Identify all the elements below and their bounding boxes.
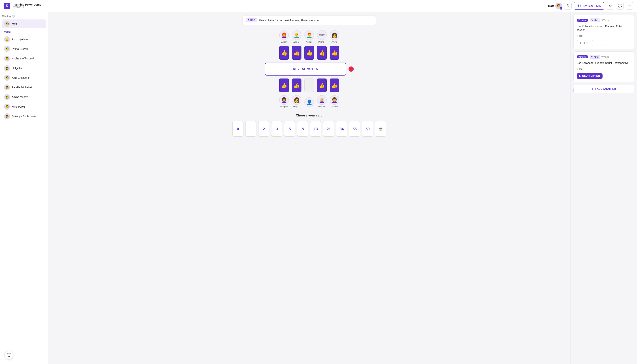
- waiting-users-list: 🧑 Matt: [2, 20, 46, 28]
- invite-others-button[interactable]: 👤+ INVITE OTHERS: [574, 2, 604, 10]
- header-user: Matt 🧑 ⚙: [548, 2, 562, 9]
- menu-button[interactable]: ☰: [626, 2, 633, 10]
- timer-button[interactable]: ⏱: [564, 2, 571, 10]
- sidebar-item-voted[interactable]: 👩 Iwona Łuczak: [2, 44, 46, 53]
- vote-card-slot-top: 👍: [330, 46, 339, 60]
- card-option[interactable]: 55: [349, 121, 360, 137]
- player-avatar: 👨‍🦰: [304, 30, 314, 40]
- tag-add-2[interactable]: + Tag: [576, 68, 582, 70]
- player-avatar: 👩: [292, 95, 301, 105]
- player-slot-top: 👓 Pricha :: [317, 30, 327, 43]
- card-option[interactable]: 13: [310, 121, 321, 137]
- card-option[interactable]: 2: [258, 121, 269, 137]
- app-date: 26/01/2024: [13, 6, 41, 9]
- card-option[interactable]: 5: [284, 121, 295, 137]
- sidebar-item-voted[interactable]: 👩 Ming Pérez: [2, 102, 46, 111]
- center-area: ✎ KB-1 Use Kollabe for our next Planning…: [48, 12, 570, 364]
- player-name: Pricha :: [318, 41, 325, 43]
- player-avatar: 👨‍🦲: [292, 30, 301, 40]
- player-slot-bottom: 👩 Helgi Ji: [292, 95, 301, 108]
- sidebar-user-name: Andrzej Alvarez: [12, 38, 30, 41]
- card-option[interactable]: 21: [323, 121, 334, 137]
- card-option[interactable]: ☕: [375, 121, 386, 137]
- sidebar-avatar: 👩: [4, 56, 10, 62]
- username: Matt: [548, 4, 554, 8]
- reset-icon: ↺: [579, 42, 581, 44]
- card-option[interactable]: 1: [245, 121, 256, 137]
- vote-card: 👍: [317, 46, 327, 60]
- sidebar-avatar: 👩: [4, 75, 10, 81]
- story-actions-2: ▶ START VOTING: [576, 73, 631, 79]
- player-avatar: 👩‍🦰: [279, 30, 289, 40]
- tag-add-1[interactable]: + Tag: [576, 34, 582, 37]
- recording-indicator: [349, 66, 354, 72]
- card-option[interactable]: 34: [336, 121, 347, 137]
- chat-fab[interactable]: 💬: [5, 351, 13, 360]
- voted-users-list: 👱 Andrzej Alvarez👩 Iwona Łuczak👩 Pricha …: [2, 35, 46, 121]
- story-menu-1[interactable]: ⋮: [627, 18, 631, 22]
- vote-card-slot-top: 👍: [279, 46, 289, 60]
- header: K Planning Poker Demo 26/01/2024 Matt 🧑 …: [0, 0, 637, 12]
- player-avatar: 👩: [330, 30, 339, 40]
- edit-icon: ✎: [248, 19, 250, 22]
- player-slot-top: 👩‍🦰 Sukany: [279, 30, 289, 43]
- vote-card: [304, 78, 314, 92]
- player-name: Sukany: [281, 41, 288, 43]
- story-menu-2[interactable]: ⋮: [627, 54, 631, 59]
- ticket-title: Use Kollabe for our next Planning Poker …: [259, 19, 319, 22]
- sidebar-item-waiting[interactable]: 🧑 Matt: [2, 20, 46, 28]
- sidebar-item-voted[interactable]: 👩 Amina Muñoz: [2, 92, 46, 102]
- edit-icon-2: ✎: [591, 56, 593, 58]
- vote-card-slot-bottom: 👍: [279, 78, 289, 92]
- invite-icon: 👤+: [577, 4, 581, 7]
- story-score-box-1[interactable]: [595, 40, 603, 46]
- sidebar-user-name: Amit Gísladóttir: [12, 76, 30, 79]
- sidebar-item-voted[interactable]: 👩 Pricha Stefánsdóttir: [2, 54, 46, 63]
- choose-card-label: Choose your card: [232, 114, 386, 118]
- card-option[interactable]: 89: [362, 121, 373, 137]
- story-ticket-tag-2: ✎ KB-2: [590, 55, 600, 59]
- card-option[interactable]: 8: [297, 121, 308, 137]
- sidebar-avatar: 👩: [4, 94, 10, 100]
- reset-button[interactable]: ↺ RESET: [576, 40, 593, 46]
- vote-card-slot-bottom: 👍: [330, 78, 339, 92]
- sidebar-item-voted[interactable]: 👩 Amit Gísladóttir: [2, 73, 46, 82]
- player-avatar: 👓: [317, 30, 327, 40]
- top-players-row: 👩‍🦰 Sukany👨‍🦲 Amit Gi👨‍🦰 Andrze👓 Pricha …: [279, 30, 339, 43]
- sidebar-item-voted[interactable]: 👱 Andrzej Alvarez: [2, 35, 46, 44]
- player-avatar: 👤: [304, 98, 314, 107]
- right-panel: Pending ✎ KB-1 9 Votes ⋮ Use Kollabe for…: [570, 12, 637, 364]
- card-option[interactable]: 0: [232, 121, 243, 137]
- player-avatar: 👩‍🦱: [279, 95, 289, 105]
- sidebar-item-voted[interactable]: 👩 Sukanya Svobodová: [2, 112, 46, 121]
- vote-card: 👍: [292, 46, 301, 60]
- player-slot-bottom: 👩‍🦳 Iwona Ł: [317, 95, 327, 108]
- votes-count-1: 9 Votes: [601, 19, 609, 22]
- reveal-votes-button[interactable]: REVEAL VOTES: [265, 62, 346, 76]
- vote-card: 👍: [304, 46, 314, 60]
- vote-card-slot-bottom: 👍: [292, 78, 301, 92]
- sidebar-item-voted[interactable]: 👩 Zandile Michalski: [2, 83, 46, 92]
- card-option[interactable]: 3: [271, 121, 282, 137]
- story-card-2: Pending ✎ KB-2 0 Votes ⋮ Use Kollabe for…: [573, 52, 634, 82]
- story-score-box-2[interactable]: [604, 73, 612, 79]
- player-name: Amit Gi: [293, 41, 300, 43]
- player-slot-bottom: 👤: [304, 98, 314, 108]
- vote-card: 👍: [317, 78, 327, 92]
- bottom-cards-row: 👍👍👍👍: [279, 78, 339, 92]
- reveal-row: REVEAL VOTES: [265, 62, 354, 76]
- sidebar-item-voted[interactable]: 👩 Helgi Jin: [2, 64, 46, 72]
- ticket-bar: ✎ KB-1 Use Kollabe for our next Planning…: [243, 16, 376, 25]
- top-cards-row: 👍👍👍👍👍: [279, 46, 339, 60]
- story-actions-1: ↺ RESET: [576, 40, 631, 46]
- add-another-button[interactable]: + + ADD ANOTHER: [573, 84, 634, 93]
- settings-button[interactable]: ⚙: [607, 2, 614, 10]
- sidebar-avatar: 👩: [4, 113, 10, 119]
- story-card-2-header: Pending ✎ KB-2 0 Votes ⋮: [576, 54, 631, 59]
- story-card-1-header: Pending ✎ KB-1 9 Votes ⋮: [576, 18, 631, 22]
- pending-badge-1: Pending: [576, 19, 588, 22]
- chat-button[interactable]: 💬: [616, 2, 624, 10]
- player-slot-top: 👨‍🦰 Andrze: [304, 30, 314, 43]
- story-card-1: Pending ✎ KB-1 9 Votes ⋮ Use Kollabe for…: [573, 15, 634, 49]
- start-voting-button[interactable]: ▶ START VOTING: [576, 73, 602, 79]
